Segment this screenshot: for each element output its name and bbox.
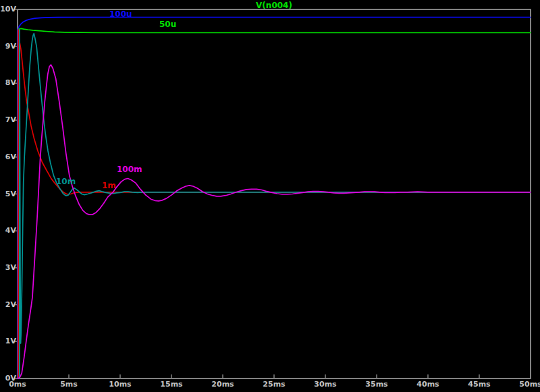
curve-label-50u: 50u bbox=[159, 20, 176, 28]
x-axis-tick-label: 0ms bbox=[2, 381, 33, 389]
y-axis-tick-label: 2V bbox=[0, 301, 16, 309]
y-axis-tick-label: 6V bbox=[0, 153, 16, 161]
curve-label-100u: 100u bbox=[109, 10, 132, 18]
trace-50u bbox=[18, 28, 531, 379]
curve-label-1m: 1m bbox=[102, 181, 116, 190]
x-axis-tick-label: 15ms bbox=[156, 381, 187, 389]
x-axis-tick-label: 30ms bbox=[310, 381, 341, 389]
curve-label-100m: 100m bbox=[117, 165, 142, 173]
curve-label-10m: 10m bbox=[56, 177, 76, 186]
x-axis-tick-label: 40ms bbox=[412, 381, 443, 389]
x-axis-tick-label: 25ms bbox=[259, 381, 290, 389]
ltspice-waveform-window: V(n004) 10V9V8V7V6V5V4V3V2V1V0V0ms5ms10m… bbox=[0, 0, 540, 392]
y-axis-tick-label: 7V bbox=[0, 116, 16, 124]
y-axis-tick-label: 9V bbox=[0, 43, 16, 51]
x-axis-tick-label: 35ms bbox=[361, 381, 392, 389]
waveform-plot-area[interactable] bbox=[0, 0, 540, 392]
y-axis-tick-label: 8V bbox=[0, 79, 16, 87]
x-axis-tick-label: 5ms bbox=[53, 381, 84, 389]
y-axis-tick-label: 10V bbox=[0, 5, 16, 13]
trace-100m bbox=[18, 65, 531, 379]
x-axis-tick-label: 20ms bbox=[207, 381, 238, 389]
trace-1m bbox=[18, 30, 531, 379]
x-axis-tick-label: 50ms bbox=[515, 381, 540, 389]
x-axis-tick-label: 10ms bbox=[105, 381, 136, 389]
y-axis-tick-label: 5V bbox=[0, 190, 16, 198]
y-axis-tick-label: 1V bbox=[0, 337, 16, 345]
trace-10m bbox=[18, 30, 531, 379]
plot-frame bbox=[18, 9, 531, 379]
y-axis-tick-label: 3V bbox=[0, 264, 16, 272]
trace-100u bbox=[18, 18, 531, 379]
y-axis-tick-label: 4V bbox=[0, 227, 16, 235]
x-axis-tick-label: 45ms bbox=[464, 381, 495, 389]
